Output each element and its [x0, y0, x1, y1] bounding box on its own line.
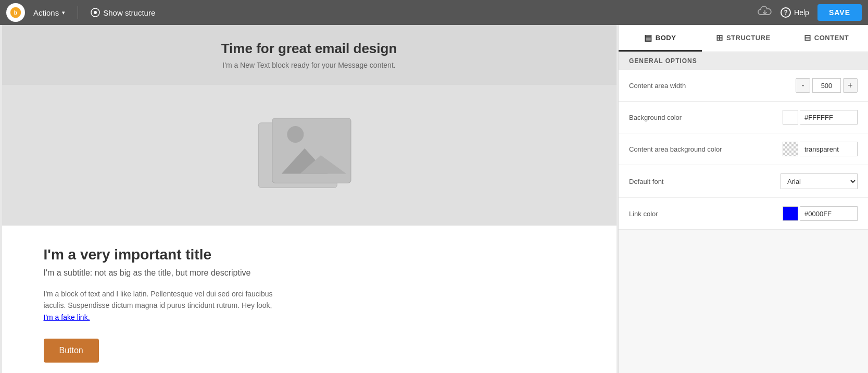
help-icon: ?: [781, 7, 791, 18]
link-color-swatch[interactable]: [783, 206, 798, 221]
link-color-label: Link color: [629, 210, 783, 218]
text-body: I'm a block of text and I like latin. Pe…: [44, 288, 283, 323]
default-font-row: Default font Arial Georgia Helvetica Tim…: [619, 165, 868, 198]
background-color-swatch[interactable]: [783, 110, 798, 125]
right-panel: ▤ BODY ⊞ STRUCTURE ⊟ CONTENT GENERAL OPT…: [618, 25, 868, 373]
content-area-bg-row: Content area background color: [619, 133, 868, 165]
text-block[interactable]: I'm a very important title I'm a subtitl…: [2, 226, 617, 373]
tab-structure-label: STRUCTURE: [726, 34, 771, 42]
svg-text:b: b: [14, 10, 17, 16]
cloud-icon[interactable]: [758, 5, 772, 20]
header-block[interactable]: Time for great email design I'm a New Te…: [2, 25, 617, 85]
svg-point-3: [94, 11, 97, 14]
topbar-right: ? Help SAVE: [758, 4, 862, 21]
actions-label: Actions: [33, 8, 59, 17]
bg-color-controls: [783, 110, 858, 125]
email-canvas: Time for great email design I'm a New Te…: [0, 25, 618, 373]
content-bg-controls: [783, 142, 858, 156]
link-color-input[interactable]: [800, 206, 858, 221]
link-color-row: Link color: [619, 198, 868, 230]
content-area-width-label: Content area width: [629, 82, 796, 90]
width-minus-button[interactable]: -: [796, 78, 810, 93]
content-area-bg-swatch[interactable]: [783, 142, 798, 156]
save-button[interactable]: SAVE: [817, 4, 862, 21]
background-color-row: Background color: [619, 102, 868, 133]
actions-menu[interactable]: Actions ▾: [29, 6, 69, 19]
image-block[interactable]: [2, 85, 617, 226]
email-container: Time for great email design I'm a New Te…: [2, 25, 617, 373]
content-area-bg-input[interactable]: [800, 142, 858, 156]
width-controls: - +: [796, 78, 858, 93]
text-title: I'm a very important title: [44, 246, 575, 263]
font-controls: Arial Georgia Helvetica Times New Roman …: [781, 173, 858, 189]
divider: [78, 6, 78, 19]
body-tab-icon: ▤: [644, 33, 652, 43]
cta-button[interactable]: Button: [44, 339, 99, 363]
header-subtitle: I'm a New Text block ready for your Mess…: [12, 61, 606, 69]
show-structure-label: Show structure: [103, 8, 155, 17]
background-color-input[interactable]: [800, 110, 858, 125]
main-area: Time for great email design I'm a New Te…: [0, 25, 868, 373]
tab-body[interactable]: ▤ BODY: [619, 25, 702, 52]
content-area-bg-label: Content area background color: [629, 145, 783, 153]
text-subtitle: I'm a subtitle: not as big as the title,…: [44, 268, 575, 278]
topbar: b Actions ▾ Show structure ? Help SAVE: [0, 0, 868, 25]
logo: b: [6, 3, 25, 22]
chevron-down-icon: ▾: [62, 9, 65, 16]
tab-structure[interactable]: ⊞ STRUCTURE: [702, 25, 785, 52]
panel-tabs: ▤ BODY ⊞ STRUCTURE ⊟ CONTENT: [619, 25, 868, 52]
width-plus-button[interactable]: +: [843, 78, 858, 93]
fake-link[interactable]: I'm a fake link.: [44, 313, 90, 321]
svg-point-6: [287, 126, 304, 143]
help-button[interactable]: ? Help: [781, 7, 809, 18]
link-color-controls: [783, 206, 858, 221]
background-color-label: Background color: [629, 114, 783, 121]
header-title: Time for great email design: [12, 41, 606, 57]
width-input[interactable]: [812, 78, 841, 93]
structure-tab-icon: ⊞: [716, 33, 723, 43]
tab-content[interactable]: ⊟ CONTENT: [785, 25, 868, 52]
show-structure-toggle[interactable]: Show structure: [86, 6, 159, 19]
content-area-width-row: Content area width - +: [619, 70, 868, 102]
font-select[interactable]: Arial Georgia Helvetica Times New Roman …: [781, 173, 858, 189]
content-tab-icon: ⊟: [804, 33, 811, 43]
help-label: Help: [794, 8, 809, 17]
general-options-header: GENERAL OPTIONS: [619, 52, 868, 70]
tab-content-label: CONTENT: [814, 34, 849, 42]
tab-body-label: BODY: [656, 34, 676, 42]
panel-content: GENERAL OPTIONS Content area width - + B…: [619, 52, 868, 373]
image-placeholder: [257, 114, 361, 197]
default-font-label: Default font: [629, 178, 781, 185]
eye-icon: [91, 8, 100, 17]
